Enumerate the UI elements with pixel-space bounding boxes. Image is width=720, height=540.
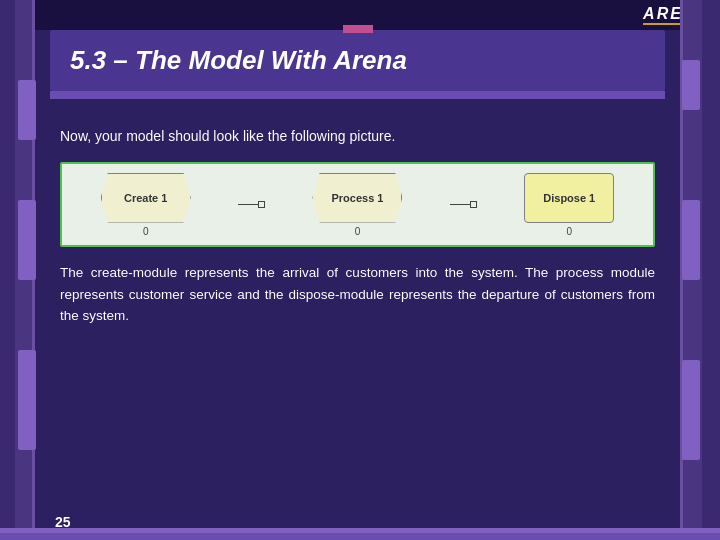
dispose-module: Dispose 1 [524, 173, 614, 223]
slide-title: 5.3 – The Model With Arena [70, 45, 407, 75]
intro-text: Now, your model should look like the fol… [60, 126, 655, 147]
dispose-module-count: 0 [566, 226, 572, 237]
bottom-bar [0, 528, 720, 540]
connector-1 [238, 201, 265, 208]
bottom-bar-inner [0, 528, 720, 533]
title-section: 5.3 – The Model With Arena [50, 30, 665, 91]
slide-container: ARENA 5.3 – The Model With Arena Now, yo… [0, 0, 720, 540]
main-content: 5.3 – The Model With Arena Now, your mod… [50, 30, 665, 520]
process-module-label: Process 1 [331, 192, 383, 204]
left-accent-3 [18, 350, 36, 450]
create-module-wrapper: Create 1 0 [101, 173, 191, 237]
right-accent-1 [682, 60, 700, 110]
connector-1-row [238, 201, 265, 208]
model-diagram: Create 1 0 Process 1 0 [60, 162, 655, 247]
arrow-square-1 [258, 201, 265, 208]
arrow-line-1 [238, 204, 258, 206]
arrow-square-2 [470, 201, 477, 208]
dispose-module-wrapper: Dispose 1 0 [524, 173, 614, 237]
title-underline [50, 91, 665, 99]
create-module-label: Create 1 [124, 192, 167, 204]
left-accent-2 [18, 200, 36, 280]
create-module-count: 0 [143, 226, 149, 237]
process-module-count: 0 [355, 226, 361, 237]
process-module: Process 1 [312, 173, 402, 223]
process-module-wrapper: Process 1 0 [312, 173, 402, 237]
dispose-module-label: Dispose 1 [543, 192, 595, 204]
description-text: The create-module represents the arrival… [60, 262, 655, 327]
arrow-line-2 [450, 204, 470, 206]
right-deco-inner [702, 0, 720, 540]
create-module: Create 1 [101, 173, 191, 223]
right-accent-2 [682, 200, 700, 280]
connector-2-row [450, 201, 477, 208]
connector-2 [450, 201, 477, 208]
title-accent [343, 25, 373, 33]
body-section: Now, your model should look like the fol… [50, 111, 665, 520]
left-deco-inner [0, 0, 15, 540]
left-accent-1 [18, 80, 36, 140]
right-accent-3 [682, 360, 700, 460]
